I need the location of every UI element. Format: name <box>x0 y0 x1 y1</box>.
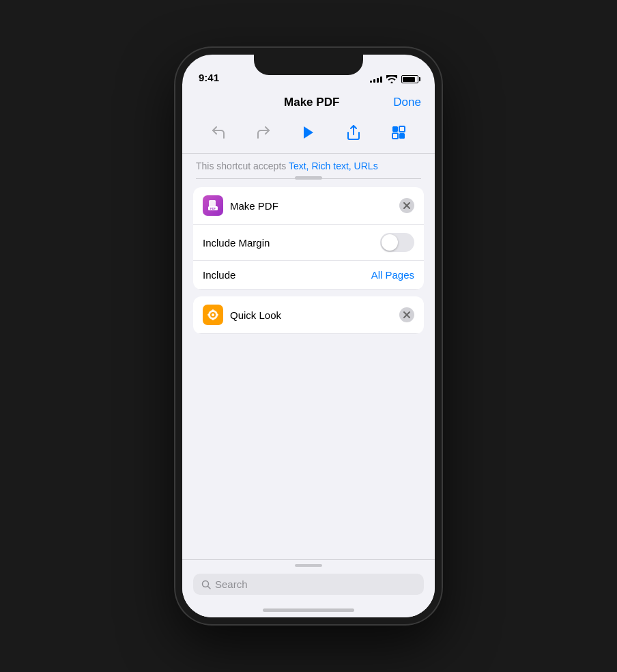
search-bar-container: Search <box>182 568 435 606</box>
make-pdf-title: Make PDF <box>230 200 278 212</box>
done-button[interactable]: Done <box>393 96 421 109</box>
quick-look-card: Quick Look <box>193 296 424 334</box>
scroll-area <box>182 178 435 179</box>
divider <box>196 178 421 179</box>
make-pdf-card-header: PDF Make PDF <box>193 187 424 225</box>
svg-text:PDF: PDF <box>210 207 216 210</box>
make-pdf-close-button[interactable] <box>399 198 414 213</box>
redo-button[interactable] <box>251 120 276 145</box>
svg-rect-4 <box>392 133 398 139</box>
phone-frame: 9:41 Make PDF Done <box>175 48 442 624</box>
include-value[interactable]: All Pages <box>371 269 414 281</box>
search-bar[interactable]: Search <box>193 574 424 595</box>
svg-rect-15 <box>212 318 214 320</box>
bottom-area: Search <box>182 559 435 617</box>
battery-icon <box>401 75 418 83</box>
svg-point-13 <box>212 313 214 316</box>
include-label: Include <box>203 269 235 281</box>
phone-content: Make PDF Done <box>182 87 435 617</box>
share-button[interactable] <box>341 120 366 145</box>
search-icon <box>201 580 211 589</box>
home-indicator <box>263 608 354 612</box>
search-placeholder: Search <box>215 578 248 590</box>
svg-rect-3 <box>399 126 405 132</box>
quick-look-title: Quick Look <box>230 309 281 321</box>
page-title: Make PDF <box>284 96 339 109</box>
header: Make PDF Done <box>182 87 435 115</box>
svg-rect-14 <box>212 309 214 311</box>
notch <box>254 55 363 75</box>
quick-look-close-button[interactable] <box>399 307 414 322</box>
status-icons <box>370 75 418 83</box>
make-pdf-card: PDF Make PDF Include Margin <box>193 187 424 290</box>
svg-rect-5 <box>399 133 405 139</box>
run-button[interactable] <box>296 120 321 145</box>
status-time: 9:41 <box>199 72 219 83</box>
signal-icon <box>370 76 382 83</box>
include-margin-toggle[interactable] <box>380 233 414 252</box>
include-margin-row: Include Margin <box>193 225 424 261</box>
undo-button[interactable] <box>206 120 231 145</box>
quick-look-card-header: Quick Look <box>193 296 424 334</box>
toolbar <box>182 115 435 154</box>
scroll-pill-bottom <box>295 564 322 567</box>
svg-marker-0 <box>304 126 313 139</box>
cards-area: PDF Make PDF Include Margin <box>182 179 435 342</box>
include-margin-label: Include Margin <box>203 237 270 249</box>
wifi-icon <box>386 75 397 83</box>
include-row: Include All Pages <box>193 261 424 290</box>
svg-rect-16 <box>207 314 210 316</box>
accepts-types[interactable]: Text, Rich text, URLs <box>289 160 378 171</box>
scroll-pill-top <box>295 176 322 180</box>
svg-line-21 <box>208 586 211 589</box>
pdf-card-icon: PDF <box>203 195 223 216</box>
svg-rect-2 <box>392 126 398 132</box>
toggle-thumb <box>382 234 398 251</box>
settings-button[interactable] <box>386 120 411 145</box>
accepts-bar: This shortcut accepts Text, Rich text, U… <box>182 154 435 178</box>
quick-look-card-icon <box>203 305 223 325</box>
svg-rect-17 <box>216 314 218 316</box>
